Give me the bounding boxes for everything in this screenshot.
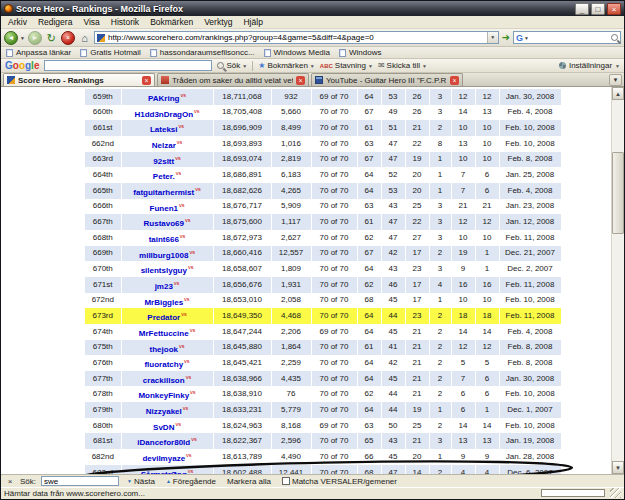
home-button[interactable]: ⌂ [78, 31, 91, 45]
bookmark-misc[interactable]: hassondaraumsefilsoncc... [150, 48, 255, 57]
tab-forum-thread[interactable]: Tråden om saker du alltid velat veta m..… [157, 73, 309, 86]
vs-link[interactable]: vs [190, 327, 196, 333]
highlight-all-button[interactable]: Markera alla [224, 477, 274, 486]
back-button[interactable]: ◄ [4, 31, 18, 45]
vs-link[interactable]: vs [181, 311, 187, 317]
tab-youtube[interactable]: YouTube - Guitar Hero III "F.C.P.R.E... … [311, 73, 463, 86]
google-search-input[interactable] [44, 60, 212, 71]
player-link[interactable]: H1dd3nDragOn [134, 109, 193, 118]
menu-arkiv[interactable]: Arkiv [3, 17, 32, 27]
search-engine-dropdown-icon[interactable]: ▼ [524, 35, 529, 41]
vs-link[interactable]: vs [179, 123, 185, 129]
player-link[interactable]: jm23 [155, 282, 173, 291]
player-link[interactable]: devilmyaze [142, 454, 185, 463]
player-link[interactable]: Funen1 [150, 203, 178, 212]
match-case-checkbox[interactable]: Matcha VERSALER/gemener [279, 477, 400, 486]
player-link[interactable]: 92sltt [153, 156, 174, 165]
menu-verktyg[interactable]: Verktyg [199, 17, 237, 27]
player-link[interactable]: SårmstrØng [141, 469, 187, 474]
tab-close-icon[interactable]: × [142, 76, 151, 85]
vs-link[interactable]: vs [188, 264, 194, 270]
search-box[interactable]: G ▼ [513, 31, 621, 44]
google-sendto-button[interactable]: ✉Skicka till▼ [378, 61, 427, 70]
bookmark-gratis-hotmail[interactable]: Gratis Hotmail [80, 48, 141, 57]
forward-button[interactable]: ► [28, 31, 42, 45]
player-link[interactable]: Nelzar [152, 141, 176, 150]
player-link[interactable]: Predator [147, 313, 180, 322]
player-link[interactable]: Peter. [153, 172, 175, 181]
vs-link[interactable]: vs [175, 155, 181, 161]
player-link[interactable]: Nizzyakel [146, 407, 182, 416]
vs-link[interactable]: vs [188, 468, 194, 474]
player-link[interactable]: crackillson [143, 375, 185, 384]
player-link[interactable]: taint666 [149, 235, 179, 244]
menu-historik[interactable]: Historik [106, 17, 144, 27]
vs-link[interactable]: vs [191, 436, 197, 442]
tab-close-icon[interactable]: × [296, 76, 305, 85]
vs-link[interactable]: vs [176, 170, 182, 176]
player-link[interactable]: Lateksi [150, 125, 178, 134]
vs-link[interactable]: vs [180, 233, 186, 239]
player-link[interactable]: iDancefor80ld [137, 438, 190, 447]
google-search-button[interactable]: Sök▼ [217, 61, 247, 70]
vertical-scrollbar[interactable]: ▲ ▼ [611, 87, 624, 474]
bookmark-windows[interactable]: Windows [339, 48, 381, 57]
player-link[interactable]: MrFettuccine [139, 329, 189, 338]
vs-link[interactable]: vs [195, 186, 201, 192]
go-button[interactable]: ➜ [502, 32, 510, 43]
vs-link[interactable]: vs [179, 343, 185, 349]
vs-link[interactable]: vs [183, 405, 189, 411]
google-bookmarks-button[interactable]: ★Bokmärken▼ [258, 61, 315, 70]
player-link[interactable]: MrBiggles [144, 297, 183, 306]
player-link[interactable]: thejook [150, 344, 178, 353]
list-all-tabs-button[interactable]: ▼ [609, 74, 622, 86]
vs-link[interactable]: vs [175, 421, 181, 427]
player-link[interactable]: Rustavo69 [144, 219, 184, 228]
url-history-dropdown[interactable]: ▼ [487, 32, 498, 43]
vs-link[interactable]: vs [179, 202, 185, 208]
player-link[interactable]: fluoratchy [144, 360, 183, 369]
maximize-button[interactable]: □ [591, 3, 605, 15]
menu-bokmarken[interactable]: Bokmärken [145, 17, 198, 27]
menu-hjalp[interactable]: Hjälp [238, 17, 267, 27]
player-link[interactable]: millburg1008 [139, 250, 188, 259]
scrollbar-track[interactable] [612, 100, 624, 461]
resize-grip[interactable] [610, 488, 621, 498]
find-previous-button[interactable]: ▲Föregående [163, 477, 219, 486]
reload-button[interactable]: ↻ [45, 31, 58, 45]
vs-link[interactable]: vs [177, 139, 183, 145]
vs-link[interactable]: vs [189, 249, 195, 255]
vs-link[interactable]: vs [194, 108, 200, 114]
find-input[interactable] [41, 476, 119, 486]
menu-redigera[interactable]: Redigera [33, 17, 78, 27]
google-settings-button[interactable]: Inställningar▼ [559, 61, 620, 70]
vs-link[interactable]: vs [180, 92, 186, 98]
minimize-button[interactable]: _ [575, 3, 589, 15]
scroll-down-icon[interactable]: ▼ [612, 461, 624, 474]
find-next-button[interactable]: ▼Nästa [124, 477, 158, 486]
bookmark-anpassa-lankar[interactable]: Anpassa länkar [6, 48, 71, 57]
menu-visa[interactable]: Visa [78, 17, 104, 27]
vs-link[interactable]: vs [174, 280, 180, 286]
scroll-up-icon[interactable]: ▲ [612, 87, 624, 100]
search-magnifier-icon[interactable] [611, 34, 618, 41]
vs-link[interactable]: vs [185, 217, 191, 223]
google-spellcheck-button[interactable]: ABCStavning▼ [320, 61, 373, 70]
bookmark-windows-media[interactable]: Windows Media [264, 48, 330, 57]
url-bar[interactable]: http://www.scorehero.com/rankings.php?gr… [94, 31, 499, 44]
close-button[interactable]: × [607, 3, 621, 15]
vs-link[interactable]: vs [186, 374, 192, 380]
player-link[interactable]: PAKring [148, 94, 179, 103]
scrollbar-thumb[interactable] [612, 152, 624, 234]
player-link[interactable]: MonkeyFinky [138, 391, 189, 400]
findbar-close-icon[interactable]: × [5, 477, 15, 486]
back-dropdown-icon[interactable]: ▼ [20, 35, 25, 41]
tab-score-hero-rankings[interactable]: Score Hero - Rankings × [3, 73, 155, 86]
vs-link[interactable]: vs [184, 296, 190, 302]
vs-link[interactable]: vs [190, 389, 196, 395]
player-link[interactable]: SvDN [153, 422, 174, 431]
player-link[interactable]: silentslyguy [141, 266, 187, 275]
player-link[interactable]: fatguitarhermist [133, 188, 194, 197]
vs-link[interactable]: vs [184, 358, 190, 364]
stop-button[interactable]: × [61, 31, 75, 45]
